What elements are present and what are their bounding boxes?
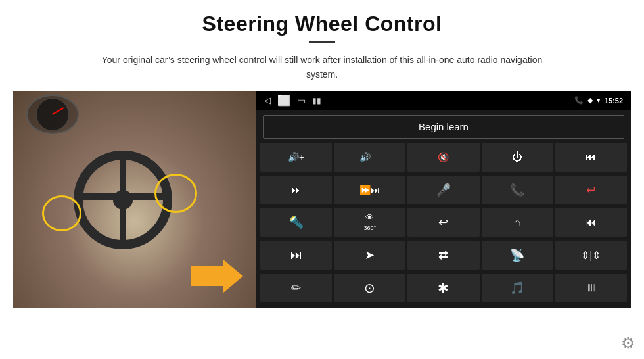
next-track-icon: ⏭ [291, 184, 302, 196]
car-image [13, 91, 256, 308]
switch-icon: ⇄ [438, 248, 448, 262]
bars-icon: ⦀⦀ [586, 282, 595, 294]
nav-recent-icon[interactable]: ▭ [297, 95, 306, 106]
hang-up-button[interactable]: ↩ [555, 176, 627, 204]
vol-down-button[interactable]: 🔊— [334, 143, 405, 172]
svg-marker-0 [191, 260, 243, 293]
vol-down-icon: 🔊— [359, 152, 380, 162]
switch-button[interactable]: ⇄ [407, 241, 479, 270]
navigation-button[interactable]: ➤ [334, 241, 405, 270]
power-button[interactable]: ⏻ [482, 143, 553, 172]
car-background [13, 91, 256, 308]
bars-button[interactable]: ⦀⦀ [555, 274, 627, 302]
status-indicators: 📞 ◆ ▾ 15:52 [574, 96, 623, 105]
edit-icon: ✏ [291, 281, 301, 295]
phone-signal-icon: 📞 [574, 96, 584, 105]
hang-up-icon: ↩ [586, 183, 596, 197]
title-divider [309, 41, 335, 43]
prev-track-button[interactable]: ⏮ [555, 143, 627, 172]
equalizer-icon: ⇕|⇕ [581, 249, 601, 262]
back-button[interactable]: ↩ [407, 208, 479, 237]
fast-forward-icon: ⏩⏭ [359, 185, 380, 195]
target-button[interactable]: ⊙ [334, 274, 405, 302]
begin-learn-button[interactable]: Begin learn [263, 115, 624, 139]
highlight-circle-right [154, 174, 197, 213]
flashlight-icon: 🔦 [289, 215, 304, 229]
skip-next-icon: ⏭ [290, 249, 302, 262]
mic-button[interactable]: 🎤 [407, 176, 479, 204]
bluetooth-button[interactable]: ✱ [407, 274, 479, 302]
power-icon: ⏻ [512, 151, 522, 163]
view-360-button[interactable]: 👁360° [334, 208, 405, 237]
skip-next-button[interactable]: ⏭ [260, 241, 332, 270]
wifi-icon: ▾ [597, 96, 601, 105]
battery-icon: ▮▮ [312, 96, 321, 105]
mute-button[interactable]: 🔇 [407, 143, 479, 172]
equalizer-button[interactable]: ⇕|⇕ [555, 241, 627, 270]
navigation-icon: ➤ [365, 248, 375, 262]
music-icon: 🎵 [510, 281, 524, 295]
screen-panel: ◁ ⬜ ▭ ▮▮ 📞 ◆ ▾ 15:52 Begin learn [256, 91, 631, 308]
skip-back-button[interactable]: ⏮ [555, 208, 627, 237]
radio-icon: 📡 [510, 248, 524, 262]
music-button[interactable]: 🎵 [482, 274, 553, 302]
page-wrapper: Steering Wheel Control Your original car… [0, 0, 644, 359]
nav-home-icon[interactable]: ⬜ [277, 94, 290, 107]
edit-button[interactable]: ✏ [260, 274, 332, 302]
page-title: Steering Wheel Control [202, 12, 442, 36]
phone-icon: 📞 [510, 183, 524, 197]
view-360-icon: 👁360° [363, 212, 376, 232]
content-area: ◁ ⬜ ▭ ▮▮ 📞 ◆ ▾ 15:52 Begin learn [13, 91, 631, 308]
prev-track-icon: ⏮ [586, 151, 596, 163]
begin-learn-row: Begin learn [256, 110, 631, 143]
gear-icon: ⚙ [621, 334, 635, 352]
skip-back-icon: ⏮ [585, 216, 597, 229]
arrow-indicator [191, 260, 243, 295]
home-button[interactable]: ⌂ [482, 208, 553, 237]
settings-button[interactable]: ⚙ [618, 333, 639, 354]
target-icon: ⊙ [364, 280, 375, 296]
next-track-button[interactable]: ⏭ [260, 176, 332, 204]
nav-back-icon[interactable]: ◁ [264, 95, 271, 105]
mic-icon: 🎤 [436, 183, 451, 197]
home-icon: ⌂ [514, 216, 521, 229]
radio-button[interactable]: 📡 [482, 241, 553, 270]
bluetooth-icon: ✱ [438, 280, 449, 296]
location-icon: ◆ [587, 96, 593, 105]
phone-button[interactable]: 📞 [482, 176, 553, 204]
controls-grid: 🔊+ 🔊— 🔇 ⏻ ⏮ ⏭ ⏩⏭ [256, 143, 631, 308]
status-bar: ◁ ⬜ ▭ ▮▮ 📞 ◆ ▾ 15:52 [256, 91, 631, 110]
nav-buttons: ◁ ⬜ ▭ ▮▮ [264, 94, 321, 107]
page-subtitle: Your original car’s steering wheel contr… [85, 53, 559, 82]
fast-forward-button[interactable]: ⏩⏭ [334, 176, 405, 204]
time-display: 15:52 [605, 97, 623, 105]
back-icon: ↩ [438, 215, 448, 229]
vol-up-button[interactable]: 🔊+ [260, 143, 332, 172]
flashlight-button[interactable]: 🔦 [260, 208, 332, 237]
mute-icon: 🔇 [438, 152, 449, 162]
vol-up-icon: 🔊+ [288, 152, 304, 162]
